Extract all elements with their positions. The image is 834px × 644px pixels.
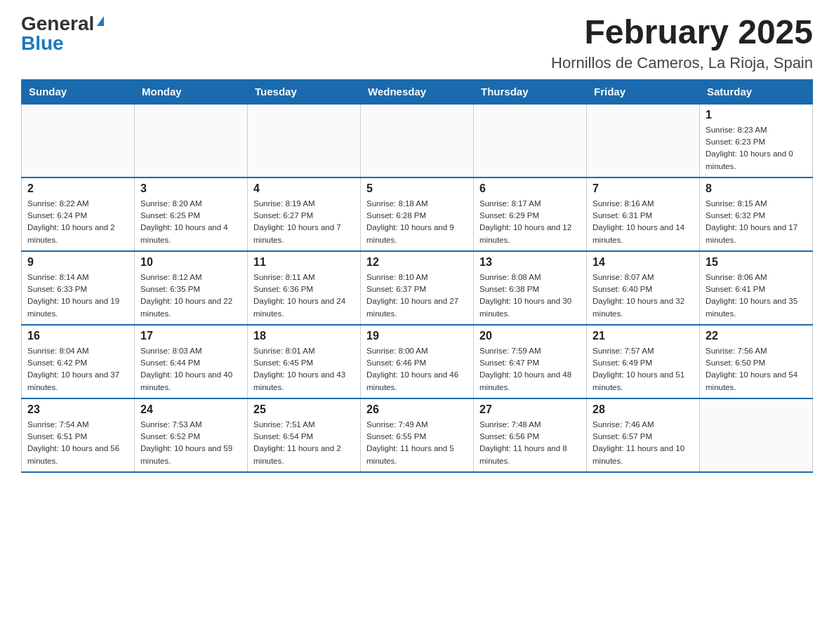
calendar-cell: 6Sunrise: 8:17 AM Sunset: 6:29 PM Daylig… xyxy=(474,177,587,251)
calendar-cell: 2Sunrise: 8:22 AM Sunset: 6:24 PM Daylig… xyxy=(22,177,135,251)
day-info: Sunrise: 7:56 AM Sunset: 6:50 PM Dayligh… xyxy=(706,345,807,394)
calendar-week-row: 2Sunrise: 8:22 AM Sunset: 6:24 PM Daylig… xyxy=(22,177,813,251)
header: General Blue February 2025 Hornillos de … xyxy=(21,14,813,72)
calendar-cell: 9Sunrise: 8:14 AM Sunset: 6:33 PM Daylig… xyxy=(22,251,135,325)
weekday-header-wednesday: Wednesday xyxy=(361,79,474,104)
day-info: Sunrise: 7:46 AM Sunset: 6:57 PM Dayligh… xyxy=(593,419,694,467)
day-info: Sunrise: 8:15 AM Sunset: 6:32 PM Dayligh… xyxy=(706,198,807,246)
calendar-cell: 27Sunrise: 7:48 AM Sunset: 6:56 PM Dayli… xyxy=(474,398,587,472)
day-number: 9 xyxy=(27,256,128,269)
day-info: Sunrise: 8:20 AM Sunset: 6:25 PM Dayligh… xyxy=(140,198,241,246)
day-info: Sunrise: 7:49 AM Sunset: 6:55 PM Dayligh… xyxy=(366,419,468,467)
day-number: 17 xyxy=(140,330,241,342)
calendar-cell: 19Sunrise: 8:00 AM Sunset: 6:46 PM Dayli… xyxy=(361,325,474,398)
day-info: Sunrise: 8:22 AM Sunset: 6:24 PM Dayligh… xyxy=(27,198,128,246)
calendar-cell: 13Sunrise: 8:08 AM Sunset: 6:38 PM Dayli… xyxy=(474,251,587,325)
calendar-cell: 8Sunrise: 8:15 AM Sunset: 6:32 PM Daylig… xyxy=(700,177,813,251)
weekday-header-friday: Friday xyxy=(587,79,700,104)
day-number: 2 xyxy=(27,182,128,195)
calendar-week-row: 16Sunrise: 8:04 AM Sunset: 6:42 PM Dayli… xyxy=(22,325,813,398)
day-number: 11 xyxy=(253,256,355,269)
day-number: 12 xyxy=(366,256,468,269)
day-number: 22 xyxy=(706,330,807,342)
day-number: 8 xyxy=(706,182,807,195)
day-number: 5 xyxy=(366,182,468,195)
day-number: 25 xyxy=(253,403,355,416)
calendar-cell: 21Sunrise: 7:57 AM Sunset: 6:49 PM Dayli… xyxy=(587,325,700,398)
calendar-cell xyxy=(248,104,361,177)
day-number: 15 xyxy=(706,256,807,269)
calendar-cell: 18Sunrise: 8:01 AM Sunset: 6:45 PM Dayli… xyxy=(248,325,361,398)
calendar-cell: 26Sunrise: 7:49 AM Sunset: 6:55 PM Dayli… xyxy=(361,398,474,472)
day-info: Sunrise: 8:01 AM Sunset: 6:45 PM Dayligh… xyxy=(253,345,355,394)
location-title: Hornillos de Cameros, La Rioja, Spain xyxy=(551,54,813,72)
day-info: Sunrise: 8:18 AM Sunset: 6:28 PM Dayligh… xyxy=(366,198,468,246)
day-number: 16 xyxy=(27,330,128,342)
day-number: 21 xyxy=(593,330,694,342)
calendar-cell: 3Sunrise: 8:20 AM Sunset: 6:25 PM Daylig… xyxy=(135,177,248,251)
weekday-header-sunday: Sunday xyxy=(22,79,135,104)
calendar-cell: 25Sunrise: 7:51 AM Sunset: 6:54 PM Dayli… xyxy=(248,398,361,472)
day-number: 26 xyxy=(366,403,468,416)
day-number: 23 xyxy=(27,403,128,416)
title-area: February 2025 Hornillos de Cameros, La R… xyxy=(551,14,813,72)
day-info: Sunrise: 8:04 AM Sunset: 6:42 PM Dayligh… xyxy=(27,345,128,394)
calendar-cell: 15Sunrise: 8:06 AM Sunset: 6:41 PM Dayli… xyxy=(700,251,813,325)
day-number: 10 xyxy=(140,256,241,269)
day-info: Sunrise: 8:12 AM Sunset: 6:35 PM Dayligh… xyxy=(140,271,241,320)
day-number: 20 xyxy=(479,330,581,342)
calendar-cell xyxy=(135,104,248,177)
calendar-cell: 20Sunrise: 7:59 AM Sunset: 6:47 PM Dayli… xyxy=(474,325,587,398)
calendar: SundayMondayTuesdayWednesdayThursdayFrid… xyxy=(21,79,813,473)
logo: General Blue xyxy=(21,14,104,53)
weekday-header-monday: Monday xyxy=(135,79,248,104)
day-number: 3 xyxy=(140,182,241,195)
logo-general-text: General xyxy=(21,14,94,34)
day-number: 13 xyxy=(479,256,581,269)
calendar-week-row: 1Sunrise: 8:23 AM Sunset: 6:23 PM Daylig… xyxy=(22,104,813,177)
day-number: 1 xyxy=(706,109,807,121)
calendar-cell xyxy=(22,104,135,177)
day-info: Sunrise: 8:07 AM Sunset: 6:40 PM Dayligh… xyxy=(593,271,694,320)
day-number: 7 xyxy=(593,182,694,195)
weekday-header-saturday: Saturday xyxy=(700,79,813,104)
day-info: Sunrise: 8:06 AM Sunset: 6:41 PM Dayligh… xyxy=(706,271,807,320)
day-info: Sunrise: 8:23 AM Sunset: 6:23 PM Dayligh… xyxy=(706,124,807,173)
calendar-cell: 28Sunrise: 7:46 AM Sunset: 6:57 PM Dayli… xyxy=(587,398,700,472)
day-number: 18 xyxy=(253,330,355,342)
day-info: Sunrise: 8:08 AM Sunset: 6:38 PM Dayligh… xyxy=(479,271,581,320)
weekday-header-tuesday: Tuesday xyxy=(248,79,361,104)
calendar-week-row: 23Sunrise: 7:54 AM Sunset: 6:51 PM Dayli… xyxy=(22,398,813,472)
calendar-cell xyxy=(361,104,474,177)
calendar-cell: 22Sunrise: 7:56 AM Sunset: 6:50 PM Dayli… xyxy=(700,325,813,398)
day-info: Sunrise: 7:48 AM Sunset: 6:56 PM Dayligh… xyxy=(479,419,581,467)
day-info: Sunrise: 8:10 AM Sunset: 6:37 PM Dayligh… xyxy=(366,271,468,320)
calendar-cell: 17Sunrise: 8:03 AM Sunset: 6:44 PM Dayli… xyxy=(135,325,248,398)
day-info: Sunrise: 7:59 AM Sunset: 6:47 PM Dayligh… xyxy=(479,345,581,394)
calendar-cell: 14Sunrise: 8:07 AM Sunset: 6:40 PM Dayli… xyxy=(587,251,700,325)
day-info: Sunrise: 8:17 AM Sunset: 6:29 PM Dayligh… xyxy=(479,198,581,246)
calendar-cell: 24Sunrise: 7:53 AM Sunset: 6:52 PM Dayli… xyxy=(135,398,248,472)
calendar-cell: 7Sunrise: 8:16 AM Sunset: 6:31 PM Daylig… xyxy=(587,177,700,251)
day-number: 6 xyxy=(479,182,581,195)
calendar-cell: 11Sunrise: 8:11 AM Sunset: 6:36 PM Dayli… xyxy=(248,251,361,325)
day-info: Sunrise: 8:14 AM Sunset: 6:33 PM Dayligh… xyxy=(27,271,128,320)
day-info: Sunrise: 7:54 AM Sunset: 6:51 PM Dayligh… xyxy=(27,419,128,467)
calendar-cell: 12Sunrise: 8:10 AM Sunset: 6:37 PM Dayli… xyxy=(361,251,474,325)
calendar-cell: 10Sunrise: 8:12 AM Sunset: 6:35 PM Dayli… xyxy=(135,251,248,325)
day-number: 28 xyxy=(593,403,694,416)
calendar-cell: 5Sunrise: 8:18 AM Sunset: 6:28 PM Daylig… xyxy=(361,177,474,251)
calendar-header-row: SundayMondayTuesdayWednesdayThursdayFrid… xyxy=(22,79,813,104)
day-number: 14 xyxy=(593,256,694,269)
day-number: 27 xyxy=(479,403,581,416)
day-info: Sunrise: 8:16 AM Sunset: 6:31 PM Dayligh… xyxy=(593,198,694,246)
calendar-cell: 4Sunrise: 8:19 AM Sunset: 6:27 PM Daylig… xyxy=(248,177,361,251)
calendar-week-row: 9Sunrise: 8:14 AM Sunset: 6:33 PM Daylig… xyxy=(22,251,813,325)
day-number: 24 xyxy=(140,403,241,416)
month-title: February 2025 xyxy=(551,14,813,51)
day-number: 4 xyxy=(253,182,355,195)
calendar-cell xyxy=(474,104,587,177)
weekday-header-thursday: Thursday xyxy=(474,79,587,104)
calendar-cell: 16Sunrise: 8:04 AM Sunset: 6:42 PM Dayli… xyxy=(22,325,135,398)
day-info: Sunrise: 8:19 AM Sunset: 6:27 PM Dayligh… xyxy=(253,198,355,246)
